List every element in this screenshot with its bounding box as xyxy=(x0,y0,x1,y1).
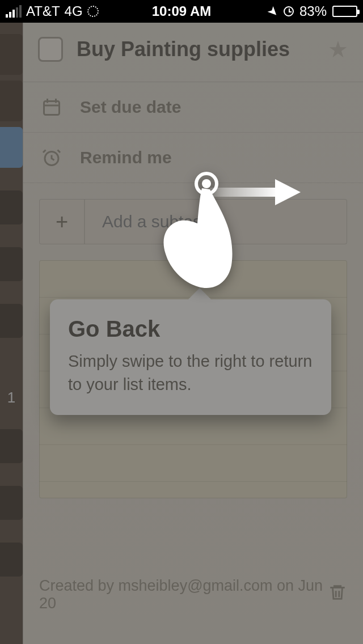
clock-time: 10:09 AM xyxy=(152,3,211,19)
alarm-clock-icon xyxy=(284,6,294,16)
pointing-hand-icon xyxy=(158,171,237,298)
svg-point-8 xyxy=(202,179,211,188)
battery-icon xyxy=(332,6,357,17)
carrier-label: AT&T xyxy=(26,3,60,19)
signal-icon xyxy=(6,5,22,18)
network-label: 4G xyxy=(65,3,83,19)
svg-marker-6 xyxy=(275,179,301,205)
battery-percent: 83% xyxy=(299,3,327,19)
status-bar: AT&T 4G 10:09 AM ➤ 83% xyxy=(0,0,363,23)
tutorial-overlay[interactable] xyxy=(0,23,363,644)
location-icon: ➤ xyxy=(264,2,281,20)
loading-spinner-icon xyxy=(87,6,99,17)
